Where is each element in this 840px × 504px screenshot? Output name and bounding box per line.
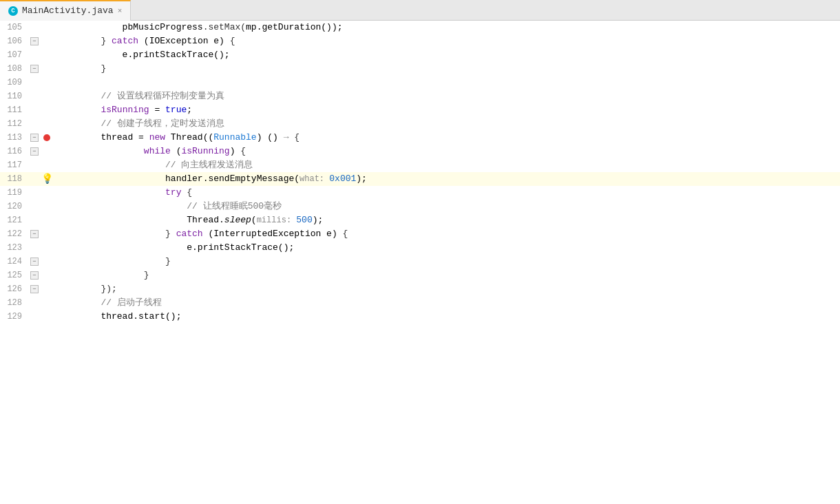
close-icon[interactable]: × [118, 7, 123, 15]
code-line: 109 [0, 76, 840, 90]
line-content: } [52, 62, 840, 76]
line-content: } catch (InterruptedException e) { [52, 227, 840, 241]
line-number: 108 [0, 62, 28, 76]
line-content: try { [52, 186, 840, 200]
code-line: 129 thread.start(); [0, 310, 840, 324]
code-line: 112 // 创建子线程，定时发送消息 [0, 117, 840, 131]
line-content: handler.sendEmptyMessage(what: 0x001); [52, 172, 840, 186]
tab-bar: C MainActivity.java × [0, 0, 840, 21]
line-content: Thread.sleep(millis: 500); [52, 213, 840, 227]
code-line: 128 // 启动子线程 [0, 296, 840, 310]
fold-icon[interactable]: − [30, 271, 39, 280]
line-content: } catch (IOException e) { [52, 34, 840, 48]
line-number: 117 [0, 158, 28, 172]
line-content: } [52, 255, 840, 269]
code-line: 106− } catch (IOException e) { [0, 34, 840, 48]
line-number: 123 [0, 241, 28, 255]
line-content: }); [52, 282, 840, 296]
code-line: 113− thread = new Thread((Runnable) () →… [0, 131, 840, 145]
line-content: e.printStackTrace(); [52, 241, 840, 255]
line-content: // 让线程睡眠500毫秒 [52, 200, 840, 213]
line-number: 129 [0, 310, 28, 324]
line-number: 119 [0, 186, 28, 200]
tab-main-activity[interactable]: C MainActivity.java × [0, 0, 131, 21]
line-content: // 启动子线程 [52, 296, 840, 310]
code-area: 105 pbMusicProgress.setMax(mp.getDuratio… [0, 21, 840, 504]
line-number: 120 [0, 200, 28, 213]
fold-icon[interactable]: − [30, 37, 39, 45]
bulb-icon[interactable]: 💡 [41, 172, 53, 186]
line-number: 126 [0, 282, 28, 296]
code-line: 107 e.printStackTrace(); [0, 48, 840, 62]
breakpoint[interactable] [43, 134, 50, 141]
line-content: e.printStackTrace(); [52, 48, 840, 62]
code-line: 126− }); [0, 282, 840, 296]
code-line: 119 try { [0, 186, 840, 200]
line-content: while (isRunning) { [52, 145, 840, 158]
line-content: // 创建子线程，定时发送消息 [52, 117, 840, 131]
line-number: 122 [0, 227, 28, 241]
code-line: 123 e.printStackTrace(); [0, 241, 840, 255]
line-content: // 设置线程循环控制变量为真 [52, 90, 840, 103]
line-number: 113 [0, 131, 28, 145]
code-line: 122− } catch (InterruptedException e) { [0, 227, 840, 241]
line-content: thread.start(); [52, 310, 840, 324]
line-number: 110 [0, 90, 28, 103]
code-line: 118 💡 handler.sendEmptyMessage(what: 0x0… [0, 172, 840, 186]
code-line: 121 Thread.sleep(millis: 500); [0, 213, 840, 227]
line-number: 111 [0, 103, 28, 117]
line-content: // 向主线程发送消息 [52, 158, 840, 172]
fold-icon[interactable]: − [30, 147, 39, 156]
code-line: 120 // 让线程睡眠500毫秒 [0, 200, 840, 213]
code-line: 111 isRunning = true; [0, 103, 840, 117]
tab-file-icon: C [8, 6, 18, 16]
code-line: 116− while (isRunning) { [0, 145, 840, 158]
fold-icon[interactable]: − [30, 258, 39, 266]
line-content [52, 76, 840, 90]
line-number: 128 [0, 296, 28, 310]
code-line: 125− } [0, 269, 840, 282]
fold-icon[interactable]: − [30, 285, 39, 293]
line-content: } [52, 269, 840, 282]
line-number: 121 [0, 213, 28, 227]
line-content: isRunning = true; [52, 103, 840, 117]
line-number: 107 [0, 48, 28, 62]
code-line: 108− } [0, 62, 840, 76]
line-number: 105 [0, 21, 28, 34]
line-content: pbMusicProgress.setMax(mp.getDuration())… [52, 21, 840, 34]
code-lines: 105 pbMusicProgress.setMax(mp.getDuratio… [0, 21, 840, 324]
code-line: 110 // 设置线程循环控制变量为真 [0, 90, 840, 103]
fold-icon[interactable]: − [30, 230, 39, 238]
code-line: 124− } [0, 255, 840, 269]
line-number: 116 [0, 145, 28, 158]
line-number: 106 [0, 34, 28, 48]
code-line: 105 pbMusicProgress.setMax(mp.getDuratio… [0, 21, 840, 34]
line-content: thread = new Thread((Runnable) () → { [52, 131, 840, 145]
editor-container: 105 pbMusicProgress.setMax(mp.getDuratio… [0, 21, 840, 504]
line-number: 125 [0, 269, 28, 282]
tab-filename: MainActivity.java [22, 6, 114, 16]
line-number: 124 [0, 255, 28, 269]
line-number: 118 [0, 172, 28, 186]
line-number: 109 [0, 76, 28, 90]
fold-icon[interactable]: − [30, 134, 39, 142]
fold-icon[interactable]: − [30, 65, 39, 73]
code-line: 117 // 向主线程发送消息 [0, 158, 840, 172]
line-number: 112 [0, 117, 28, 131]
